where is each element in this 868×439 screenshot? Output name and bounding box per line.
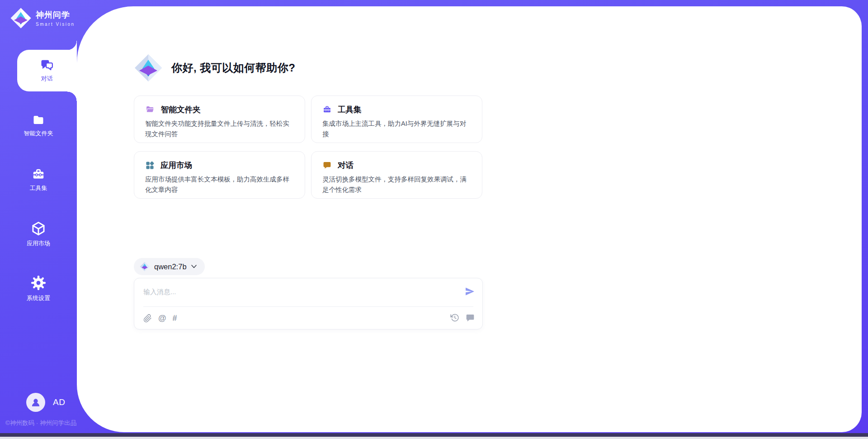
greeting-title: 你好, 我可以如何帮助你? (171, 61, 296, 75)
sidebar-item-settings[interactable]: 系统设置 (0, 269, 77, 308)
active-tab-fillet-bottom (67, 91, 77, 101)
briefcase-icon (322, 105, 332, 114)
chat-bubble-icon[interactable] (466, 313, 475, 322)
card-title: 应用市场 (160, 160, 192, 171)
sidebar-item-smart-folders[interactable]: 智能文件夹 (0, 106, 77, 145)
model-name: qwen2:7b (154, 262, 187, 271)
brand-diamond-logo-icon (10, 7, 32, 29)
assistant-diamond-logo-icon (134, 53, 163, 82)
shortcut-cards: 智能文件夹 智能文件夹功能支持批量文件上传与清洗，轻松实现文件问答 工具集 集成… (134, 95, 485, 199)
sidebar-item-toolset[interactable]: 工具集 (0, 160, 77, 199)
sidebar-item-label: 系统设置 (27, 294, 50, 302)
composer-tools-left: @ # (143, 313, 177, 323)
card-description: 智能文件夹功能支持批量文件上传与清洗，轻松实现文件问答 (145, 119, 294, 139)
card-title: 对话 (338, 160, 354, 171)
active-tab-fillet-top (67, 41, 77, 50)
person-icon (30, 396, 42, 408)
hash-icon[interactable]: # (173, 313, 177, 323)
card-title: 工具集 (338, 104, 362, 115)
paperclip-icon[interactable] (143, 314, 152, 323)
chat-icon (322, 161, 332, 170)
message-composer: @ # (134, 278, 483, 329)
brand: 神州问学 Smart Vision (10, 7, 75, 29)
model-selector[interactable]: qwen2:7b (134, 258, 205, 275)
history-icon[interactable] (450, 313, 459, 322)
card-app-market[interactable]: 应用市场 应用市场提供丰富长文本模板，助力高效生成多样化文章内容 (134, 151, 305, 199)
avatar (26, 393, 45, 412)
folder-icon (31, 114, 46, 126)
window-bottom-light-strip (0, 437, 868, 439)
card-title: 智能文件夹 (161, 104, 201, 115)
sidebar-item-label: 对话 (41, 75, 53, 83)
sidebar-item-chat[interactable]: 对话 (17, 50, 77, 91)
card-smart-folders[interactable]: 智能文件夹 智能文件夹功能支持批量文件上传与清洗，轻松实现文件问答 (134, 95, 305, 143)
model-diamond-logo-icon (140, 262, 150, 272)
mention-at-icon[interactable]: @ (158, 313, 166, 323)
sidebar-item-label: 智能文件夹 (24, 129, 53, 138)
sidebar-item-label: 应用市场 (27, 239, 50, 248)
card-description: 灵活切换多模型文件，支持多样回复效果调试，满足个性化需求 (322, 174, 471, 195)
toolbox-icon (31, 167, 46, 181)
send-icon[interactable] (464, 286, 475, 297)
chat-bubbles-icon (40, 58, 54, 72)
user-name: AD (53, 397, 65, 407)
sidebar-item-label: 工具集 (30, 184, 47, 192)
card-description: 集成市场上主流工具，助力AI与外界无缝扩展与对接 (322, 119, 471, 139)
sidebar-item-app-market[interactable]: 应用市场 (0, 215, 77, 253)
chevron-down-icon (191, 265, 197, 268)
user-profile[interactable]: AD (26, 393, 65, 412)
greeting: 你好, 我可以如何帮助你? (134, 53, 296, 82)
brand-title: 神州问学 (36, 10, 75, 20)
message-input[interactable] (143, 285, 442, 298)
window-bottom-dark-strip (0, 433, 868, 437)
gear-icon (30, 275, 47, 291)
app-grid-icon (145, 161, 155, 170)
card-toolset[interactable]: 工具集 集成市场上主流工具，助力AI与外界无缝扩展与对接 (311, 95, 482, 143)
card-description: 应用市场提供丰富长文本模板，助力高效生成多样化文章内容 (145, 174, 294, 195)
folder-open-icon (145, 105, 155, 114)
sidebar-footer: ©神州数码 · 神州问学出品 (5, 419, 76, 427)
card-chat[interactable]: 对话 灵活切换多模型文件，支持多样回复效果调试，满足个性化需求 (311, 151, 482, 199)
brand-subtitle: Smart Vision (36, 22, 75, 27)
composer-tools-right (450, 313, 475, 322)
cube-icon (31, 221, 46, 236)
composer-divider (143, 306, 473, 307)
